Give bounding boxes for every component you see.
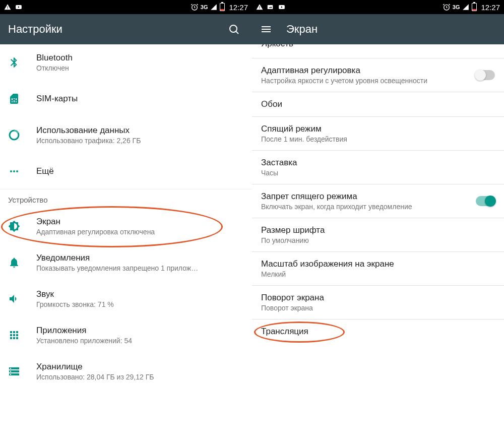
apps-icon	[8, 329, 36, 341]
settings-row-nosleep[interactable]: Запрет спящего режимаВключать экран, ког…	[252, 184, 504, 218]
row-subtitle: По умолчанию	[261, 236, 495, 244]
svg-point-2	[230, 25, 237, 32]
bluetooth-icon	[8, 56, 36, 69]
network-3g-icon: 3G	[201, 4, 208, 10]
app-bar: Настройки	[0, 14, 252, 44]
row-subtitle: Показывать уведомления запрещено 1 прило…	[36, 264, 244, 272]
display-icon	[8, 220, 36, 232]
row-subtitle: Поворот экрана	[261, 304, 495, 312]
row-title: Трансляция	[261, 327, 495, 337]
row-title: Использование данных	[36, 125, 244, 136]
youtube-icon	[277, 4, 286, 11]
row-title: Звук	[36, 289, 244, 299]
row-title: Ещё	[36, 166, 244, 176]
settings-row-sim[interactable]: SIM-карты	[0, 81, 252, 117]
settings-row-screensaver[interactable]: ЗаставкаЧасы	[252, 151, 504, 184]
battery-icon	[472, 3, 477, 11]
row-title: Размер шрифта	[261, 225, 495, 235]
data-usage-icon	[8, 129, 36, 141]
row-subtitle: Использовано трафика: 2,26 ГБ	[36, 137, 244, 145]
phone-right: 3G 12:27 Экран Яркость Адаптивная регули…	[252, 0, 504, 448]
row-subtitle: Включать экран, когда приходит уведомлен…	[261, 203, 471, 211]
image-icon	[266, 4, 274, 11]
warning-icon	[4, 4, 11, 11]
svg-rect-7	[268, 5, 273, 9]
row-title: Обои	[261, 99, 495, 109]
phone-left: 3G 12:27 Настройки BluetoothОтключен SIM…	[0, 0, 252, 448]
row-subtitle: Установлено приложений: 54	[36, 337, 244, 345]
bell-icon	[8, 257, 36, 269]
section-header-device: Устройство	[0, 189, 252, 208]
signal-icon	[462, 4, 470, 11]
settings-row-fontsize[interactable]: Размер шрифтаПо умолчанию	[252, 218, 504, 252]
settings-row-apps[interactable]: ПриложенияУстановлено приложений: 54	[0, 317, 252, 353]
settings-row-bluetooth[interactable]: BluetoothОтключен	[0, 44, 252, 81]
sound-icon	[8, 293, 36, 305]
settings-row-sound[interactable]: ЗвукГромкость звонка: 71 %	[0, 281, 252, 317]
clock: 12:27	[481, 3, 500, 12]
settings-row-brightness-cut[interactable]: Яркость	[252, 44, 504, 58]
warning-icon	[256, 4, 263, 11]
clock: 12:27	[229, 3, 248, 12]
row-title: Адаптивная регулировка	[261, 66, 471, 76]
svg-point-6	[16, 170, 18, 172]
settings-row-display[interactable]: ЭкранАдаптивная регулировка отключена	[0, 208, 252, 244]
settings-row-more[interactable]: Ещё	[0, 153, 252, 189]
app-bar: Экран	[252, 14, 504, 44]
row-subtitle: Настройка яркости с учетом уровня освеще…	[261, 77, 471, 85]
settings-row-rotation[interactable]: Поворот экранаПоворот экрана	[252, 286, 504, 319]
storage-icon	[8, 365, 36, 377]
settings-row-notifications[interactable]: УведомленияПоказывать уведомления запрещ…	[0, 244, 252, 281]
status-bar: 3G 12:27	[0, 0, 252, 14]
settings-row-storage[interactable]: ХранилищеИспользовано: 28,04 ГБ из 29,12…	[0, 353, 252, 390]
page-title: Экран	[286, 23, 318, 36]
more-icon	[8, 165, 36, 177]
svg-point-4	[10, 170, 12, 172]
row-title: Экран	[36, 217, 244, 227]
settings-row-wallpaper[interactable]: Обои	[252, 92, 504, 117]
row-subtitle: После 1 мин. бездействия	[261, 135, 495, 143]
row-title: Запрет спящего режима	[261, 191, 471, 202]
alarm-icon	[191, 3, 199, 11]
row-subtitle: Мелкий	[261, 270, 495, 278]
settings-row-sleep[interactable]: Спящий режимПосле 1 мин. бездействия	[252, 117, 504, 151]
row-title: Спящий режим	[261, 124, 495, 134]
row-subtitle: Адаптивная регулировка отключена	[36, 228, 244, 236]
search-icon[interactable]	[224, 19, 244, 39]
row-subtitle: Громкость звонка: 71 %	[36, 300, 244, 308]
row-title: SIM-карты	[36, 94, 244, 104]
settings-row-displaysize[interactable]: Масштаб изображения на экранеМелкий	[252, 252, 504, 286]
row-subtitle: Отключен	[36, 64, 244, 72]
menu-icon[interactable]	[256, 19, 276, 39]
page-title: Настройки	[8, 23, 62, 36]
row-title: Хранилище	[36, 362, 244, 372]
toggle-off[interactable]	[476, 70, 495, 80]
row-title: Заставка	[261, 158, 495, 168]
settings-row-adaptive[interactable]: Адаптивная регулировкаНастройка яркости …	[252, 58, 504, 92]
toggle-on[interactable]	[476, 196, 495, 206]
row-subtitle: Часы	[261, 169, 495, 177]
youtube-icon	[14, 4, 23, 11]
sim-icon	[8, 93, 36, 105]
settings-row-data-usage[interactable]: Использование данныхИспользовано трафика…	[0, 117, 252, 153]
status-bar: 3G 12:27	[252, 0, 504, 14]
settings-row-cast[interactable]: Трансляция	[252, 319, 504, 344]
row-title: Приложения	[36, 326, 244, 336]
row-subtitle: Использовано: 28,04 ГБ из 29,12 ГБ	[36, 373, 244, 381]
row-title: Поворот экрана	[261, 293, 495, 303]
row-title: Масштаб изображения на экране	[261, 259, 495, 269]
alarm-icon	[443, 3, 451, 11]
row-title: Bluetooth	[36, 53, 244, 63]
network-3g-icon: 3G	[453, 4, 460, 10]
battery-icon	[220, 3, 225, 11]
signal-icon	[210, 4, 218, 11]
svg-point-5	[13, 170, 15, 172]
row-title: Уведомления	[36, 253, 244, 263]
